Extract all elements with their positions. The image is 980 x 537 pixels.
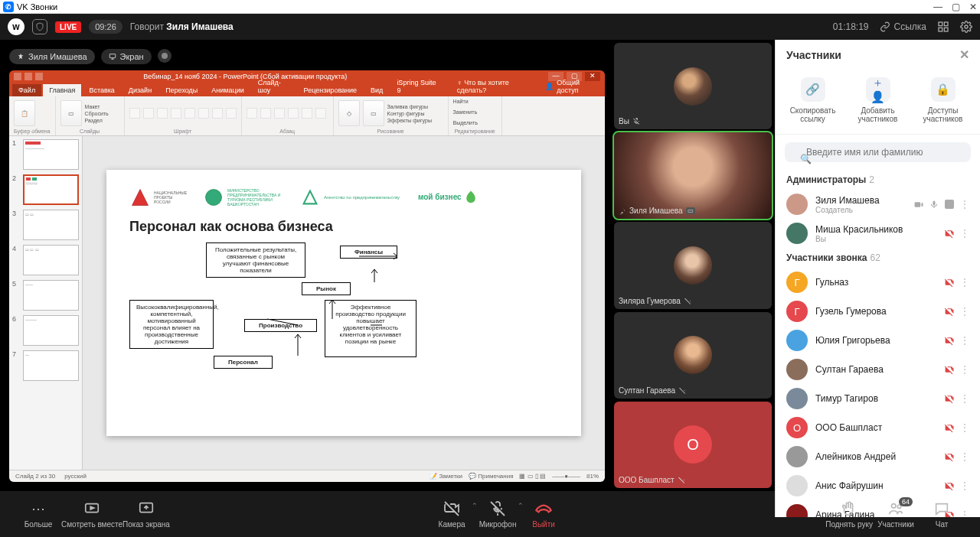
copy-link-action[interactable]: 🔗Скопировать ссылку <box>783 77 843 123</box>
more-icon[interactable]: ⋮ <box>960 364 969 375</box>
more-icon[interactable]: ⋮ <box>960 393 969 404</box>
close-button[interactable]: ✕ <box>969 2 977 12</box>
more-icon[interactable]: ⋮ <box>960 422 969 433</box>
pp-tab-file[interactable]: Файл <box>12 84 41 96</box>
participant-row[interactable]: Алейников Андрей⋮ <box>776 442 980 471</box>
tile-name: ООО Башпласт <box>619 476 675 484</box>
pp-ribbon: 📋Буфер обмена ▭МакетСброситьРазделСлайды… <box>9 96 605 136</box>
more-icon[interactable]: ⋮ <box>960 335 969 346</box>
pp-tab-home[interactable]: Главная <box>43 84 81 96</box>
clock-chip: 09:26 <box>89 20 122 34</box>
participants-list[interactable]: ГГульназ⋮ГГузель Гумерова⋮Юлия Григорьев… <box>776 268 980 517</box>
avatar <box>674 67 712 106</box>
os-titlebar: ✆ VK Звонки — ▢ ✕ <box>0 0 980 14</box>
participant-row[interactable]: Тимур Тагиров⋮ <box>776 384 980 413</box>
add-participants-action[interactable]: ＋👤Добавить участников <box>848 77 908 123</box>
svg-point-4 <box>965 25 968 28</box>
access-action[interactable]: 🔒Доступы участников <box>913 77 973 123</box>
admin-row[interactable]: Миша КрасильниковВы⋮ <box>776 219 980 248</box>
mic-off-icon <box>678 386 687 395</box>
pp-tab-insert[interactable]: Вставка <box>83 84 120 96</box>
svg-rect-3 <box>944 28 948 31</box>
pp-tab-ispring[interactable]: iSpring Suite 9 <box>390 76 443 96</box>
settings-icon[interactable] <box>960 21 972 33</box>
vk-logo-icon[interactable]: w <box>8 18 24 35</box>
close-sidebar-button[interactable]: ✕ <box>959 47 969 62</box>
window-controls: — ▢ ✕ <box>933 2 977 12</box>
shield-icon[interactable] <box>32 19 47 34</box>
participants-button[interactable]: 64Участники <box>873 500 919 529</box>
pin-icon <box>619 207 626 215</box>
participant-row[interactable]: Султан Гараева⋮ <box>776 355 980 384</box>
leave-button[interactable]: Выйти <box>521 500 567 529</box>
more-icon[interactable]: ⋮ <box>960 480 969 491</box>
elapsed-time: 01:18:19 <box>833 21 869 32</box>
more-icon[interactable]: ⋮ <box>960 306 969 317</box>
pins-row: Зиля Имашева Экран <box>9 49 605 64</box>
svg-rect-0 <box>939 22 942 26</box>
pinned-presenter-chip[interactable]: Зиля Имашева <box>9 49 95 64</box>
pp-thumbnails[interactable]: 1————— 2▭▭▭ 3▭ ▭ 4▭ ▭ ▭ 5—— 6——— 7— <box>9 136 83 470</box>
more-icon[interactable]: ⋮ <box>960 199 969 210</box>
admin-row[interactable]: Зиля ИмашеваСоздатель⋮ <box>776 190 980 219</box>
pp-zoom[interactable]: 81% <box>586 473 599 480</box>
more-button[interactable]: ⋯Больше <box>15 500 61 529</box>
video-tile-speaker[interactable]: Зиля Имашева ▭ <box>614 132 772 219</box>
more-icon[interactable]: ⋮ <box>960 451 969 462</box>
pp-tab-slideshow[interactable]: Слайд-шоу <box>252 76 296 96</box>
pp-slide-canvas[interactable]: НАЦИОНАЛЬНЫЕ ПРОЕКТЫ РОССИИ МИНИСТЕРСТВО… <box>83 136 605 470</box>
video-tile[interactable]: О ООО Башпласт <box>614 402 772 488</box>
participant-name: Султан Гараева <box>815 364 936 375</box>
camera-button[interactable]: ⌃Камера <box>429 500 475 529</box>
avatar <box>786 388 808 409</box>
screen-chip[interactable]: Экран <box>101 49 152 64</box>
participant-search: 🔍 <box>785 142 971 162</box>
more-icon[interactable]: ⋮ <box>960 228 969 239</box>
watch-together-button[interactable]: Смотреть вместе <box>61 500 122 529</box>
search-input[interactable] <box>785 142 971 162</box>
pinned-presenter-name: Зиля Имашева <box>28 52 87 61</box>
participant-row[interactable]: Анис Файрушин⋮ <box>776 471 980 500</box>
chat-button[interactable]: Чат <box>919 500 965 529</box>
link-icon <box>880 21 890 32</box>
video-tile-self[interactable]: Вы <box>614 43 772 129</box>
participant-row[interactable]: ГГузель Гумерова⋮ <box>776 297 980 326</box>
participant-name: Юлия Григорьева <box>815 335 936 346</box>
pp-tab-review[interactable]: Рецензирование <box>298 84 364 96</box>
pp-paste-button[interactable]: 📋 <box>14 100 35 126</box>
more-icon[interactable]: ⋮ <box>960 277 969 288</box>
camera-off-icon <box>944 452 954 462</box>
tile-name: Зиляра Гумерова <box>619 297 681 305</box>
record-indicator[interactable] <box>158 49 172 63</box>
pp-share-button[interactable]: 👤 Общий доступ <box>539 76 605 96</box>
minimize-button[interactable]: — <box>933 2 942 12</box>
pp-tab-design[interactable]: Дизайн <box>122 84 158 96</box>
svg-rect-2 <box>939 28 942 31</box>
video-tile[interactable]: Зиляра Гумерова <box>614 222 772 308</box>
avatar <box>786 330 808 351</box>
grid-icon[interactable] <box>937 21 949 33</box>
svg-marker-11 <box>90 506 94 509</box>
microphone-button[interactable]: ⌃Микрофон <box>475 500 521 529</box>
camera-off-icon <box>944 278 954 288</box>
pp-newslide-button[interactable]: ▭ <box>60 100 82 126</box>
participant-row[interactable]: Юлия Григорьева⋮ <box>776 326 980 355</box>
pp-tab-help[interactable]: ♀ Что вы хотите сделать? <box>451 76 538 96</box>
link-icon: 🔗 <box>801 77 825 102</box>
avatar <box>786 359 808 380</box>
participant-row[interactable]: ОООО Башпласт⋮ <box>776 413 980 442</box>
link-label: Ссылка <box>894 21 926 32</box>
camera-off-icon <box>944 423 954 433</box>
raise-hand-button[interactable]: Поднять руку <box>825 500 873 529</box>
share-screen-button[interactable]: Показ экрана <box>122 500 170 529</box>
pp-tab-animations[interactable]: Анимации <box>205 84 250 96</box>
maximize-button[interactable]: ▢ <box>952 2 960 12</box>
video-tile[interactable]: Султан Гараева <box>614 312 772 399</box>
svg-marker-6 <box>132 189 149 205</box>
participant-row[interactable]: ГГульназ⋮ <box>776 268 980 297</box>
vk-app-icon: ✆ <box>3 2 14 12</box>
pp-tab-view[interactable]: Вид <box>364 84 389 96</box>
pp-tab-transitions[interactable]: Переходы <box>159 84 204 96</box>
copy-link-button[interactable]: Ссылка <box>880 21 926 32</box>
speaking-name: Зиля Имашева <box>166 21 233 32</box>
